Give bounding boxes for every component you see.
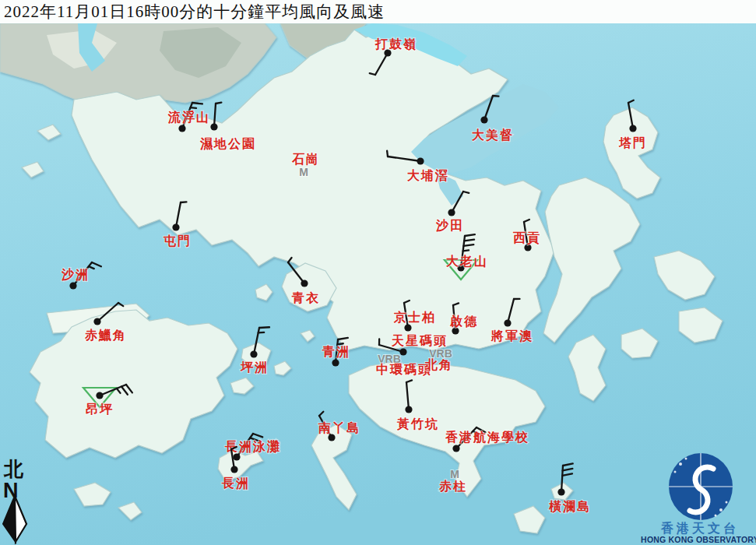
station-dot: [210, 123, 217, 130]
station-dot: [405, 406, 412, 413]
map-title: 2022年11月01日16時00分的十分鐘平均風向及風速: [0, 1, 385, 23]
hko-logo-english: HONG KONG OBSERVATORY: [641, 535, 756, 544]
station-label: 大老山: [446, 255, 488, 268]
station-dot: [230, 466, 237, 473]
station-label: 長洲: [221, 476, 250, 490]
station-label: 青衣: [291, 291, 320, 304]
station-label: 黃竹坑: [396, 417, 439, 431]
station-label: 流浮山: [167, 110, 210, 124]
station-dot: [69, 282, 76, 289]
station-dot: [301, 280, 308, 287]
station-label: 西貢: [512, 231, 541, 245]
wind-barb-half: [216, 103, 221, 104]
station-label: 香港航海學校: [445, 430, 529, 444]
station-dot: [480, 116, 487, 123]
station-dot: [452, 445, 459, 452]
station: VRB北角: [424, 347, 453, 371]
station-label: 北角: [424, 358, 453, 371]
station-label: 塔門: [618, 136, 647, 149]
wind-barb-half: [191, 107, 196, 108]
station-label: 沙田: [435, 219, 464, 232]
station-label: 坪洲: [240, 360, 269, 374]
station-dot: [524, 244, 531, 251]
station-dot: [328, 434, 335, 441]
weather-map-stage: 打鼓嶺流浮山濕地公園M石崗大美督塔門大埔滘沙田屯門沙洲西貢大老山青衣赤鱲角京士柏…: [0, 0, 756, 545]
station-dot: [404, 324, 411, 331]
station-label: 赤柱: [438, 480, 467, 493]
station-dot: [452, 327, 459, 334]
station-label: 昂坪: [86, 403, 114, 416]
station-label: 京士柏: [393, 310, 436, 324]
station-label: 石崗: [291, 153, 320, 166]
station-label: 將軍澳: [491, 329, 533, 343]
station-label: 赤鱲角: [84, 329, 127, 342]
station-dot: [93, 318, 100, 325]
station-label: 打鼓嶺: [374, 37, 417, 51]
station-dot: [332, 359, 339, 366]
wind-barb-half: [463, 250, 469, 251]
station-dot: [96, 392, 103, 399]
station-note-M: M: [450, 468, 459, 480]
wind-barb-half: [387, 151, 388, 156]
station-dot: [448, 209, 455, 216]
station-label: 沙洲: [61, 268, 90, 281]
station-label: 大美督: [472, 128, 514, 142]
station-dot: [250, 350, 257, 357]
station-dot: [504, 319, 511, 326]
station-label: 南丫島: [318, 421, 360, 434]
title-bar: 2022年11月01日16時00分的十分鐘平均風向及風速: [0, 0, 756, 23]
wind-barb-half: [181, 202, 186, 202]
station-dot: [233, 453, 240, 460]
hko-logo-chinese: 香港天文台: [660, 521, 739, 535]
north-chinese-label: 北: [3, 459, 24, 480]
station-label: 濕地公園: [199, 137, 256, 151]
station-dot: [629, 125, 636, 132]
station-label: 長洲泳灘: [224, 439, 281, 453]
station-label: 啟德: [449, 315, 478, 328]
wind-barb-full: [192, 103, 202, 104]
station-dot: [417, 157, 424, 164]
station-label: 中環碼頭: [376, 363, 432, 377]
wind-barb-full: [259, 327, 269, 328]
station-dot: [178, 125, 185, 132]
station-note-M: M: [299, 166, 308, 178]
station-dot: [557, 488, 564, 495]
station-label: 屯門: [163, 234, 192, 248]
station-label: 天星碼頭: [391, 334, 448, 348]
station-label: 大埔滘: [407, 168, 449, 182]
station-label: 青洲: [322, 345, 350, 358]
station-dot: [172, 223, 179, 230]
wind-barb-half: [493, 96, 498, 97]
station-label: 橫瀾島: [548, 500, 591, 513]
hong-kong-wind-map: 打鼓嶺流浮山濕地公園M石崗大美督塔門大埔滘沙田屯門沙洲西貢大老山青衣赤鱲角京士柏…: [0, 0, 756, 545]
